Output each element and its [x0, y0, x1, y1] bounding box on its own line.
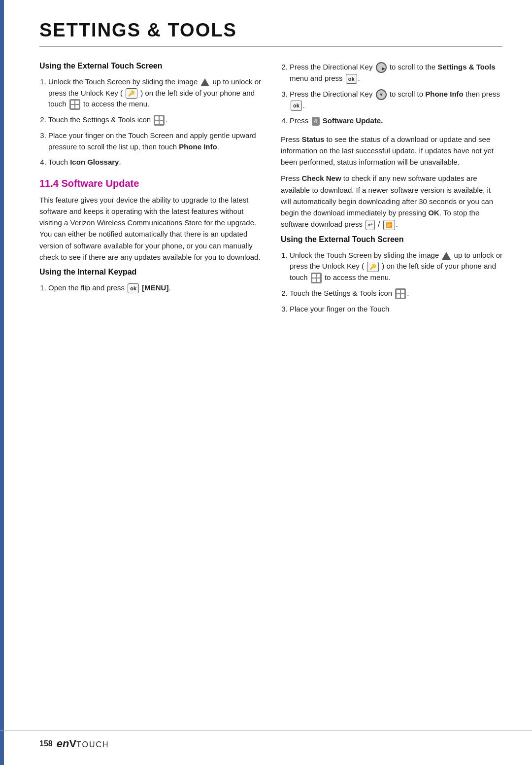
status-paragraph: Press Status to see the status of a down… — [281, 134, 502, 168]
list-item: Unlock the Touch Screen by sliding the i… — [48, 76, 261, 110]
footer: 158 enVTOUCH — [0, 730, 532, 750]
unlock-key-icon: 🔑 — [126, 88, 137, 99]
col-left: Using the External Touch Screen Unlock t… — [39, 62, 261, 321]
triangle-up-icon — [200, 78, 209, 86]
external-touch-screen-heading-right: Using the External Touch Screen — [281, 235, 502, 244]
internal-keypad-heading: Using the Internal Keypad — [39, 268, 261, 277]
footer-logo-touch: TOUCH — [76, 740, 109, 749]
num4-icon: 4 — [312, 117, 320, 126]
col-right: Press the Directional Key to scroll to t… — [281, 62, 502, 321]
grid-icon-2 — [311, 273, 322, 283]
check-new-paragraph: Press Check New to check if any new soft… — [281, 173, 502, 230]
footer-logo: enVTOUCH — [57, 737, 109, 750]
page: SETTINGS & TOOLS Using the External Touc… — [0, 0, 532, 765]
triangle-up-icon-2 — [442, 252, 451, 260]
footer-page-number: 158 — [39, 739, 53, 748]
directional-key-down-icon — [376, 89, 387, 100]
footer-logo-en: en — [57, 737, 69, 750]
software-update-body: This feature gives your device the abili… — [39, 194, 261, 263]
ok-icon-2: ok — [346, 74, 357, 84]
list-item: Open the flip and press ok [MENU]. — [48, 282, 261, 294]
unlock-key-icon-2: 🔑 — [367, 262, 379, 272]
footer-logo-v: V — [69, 737, 76, 750]
external-touch-screen-list-right: Unlock the Touch Screen by sliding the i… — [290, 250, 502, 315]
directional-key-right-icon — [376, 62, 387, 73]
list-item: Touch the Settings & Tools icon . — [48, 114, 261, 126]
left-accent — [0, 0, 4, 765]
list-item: Press 4 Software Update. — [290, 115, 502, 127]
list-item: Press the Directional Key to scroll to P… — [290, 89, 502, 111]
list-item: Press the Directional Key to scroll to t… — [290, 62, 502, 84]
list-item: Touch the Settings & Tools icon . — [290, 288, 502, 299]
ok-icon-3: ok — [291, 101, 302, 111]
right-steps-list-top: Press the Directional Key to scroll to t… — [290, 62, 502, 127]
ok-icon: ok — [128, 283, 139, 294]
external-touch-screen-heading-left: Using the External Touch Screen — [39, 62, 261, 70]
end-icon: 📴 — [383, 220, 395, 230]
list-item: Place your finger on the Touch — [290, 304, 502, 315]
software-update-heading: 11.4 Software Update — [39, 178, 261, 189]
grid-icon — [69, 99, 80, 110]
settings-tools-icon — [154, 115, 165, 126]
list-item: Unlock the Touch Screen by sliding the i… — [290, 250, 502, 283]
back-icon: ↩ — [366, 220, 375, 230]
internal-keypad-list: Open the flip and press ok [MENU]. — [48, 282, 261, 294]
two-column-layout: Using the External Touch Screen Unlock t… — [39, 62, 502, 321]
settings-tools-icon-2 — [395, 288, 406, 299]
list-item: Place your finger on the Touch Screen an… — [48, 130, 261, 152]
page-title: SETTINGS & TOOLS — [39, 20, 502, 47]
external-touch-screen-list-left: Unlock the Touch Screen by sliding the i… — [48, 76, 261, 168]
list-item: Touch Icon Glossary. — [48, 157, 261, 168]
